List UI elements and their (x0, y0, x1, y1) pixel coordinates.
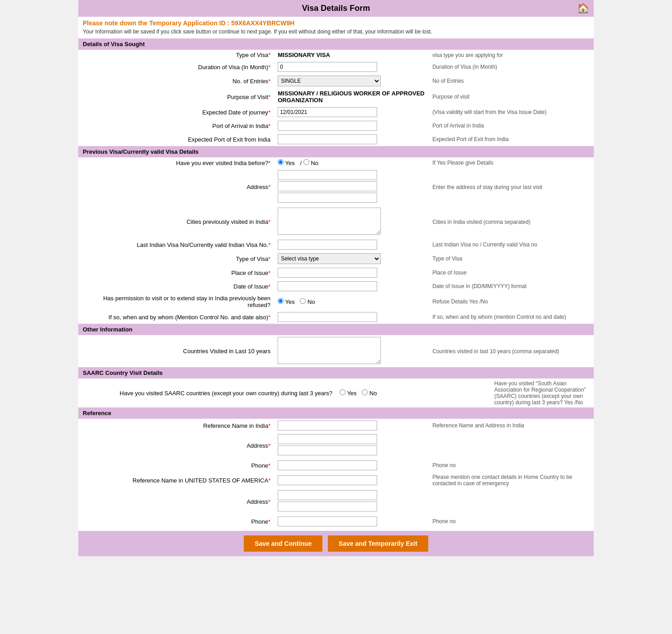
date-issue-input[interactable] (278, 281, 377, 291)
saarc-yes-radio[interactable] (340, 389, 345, 395)
duration-input[interactable] (278, 62, 377, 72)
address-line2-input[interactable] (278, 181, 377, 191)
cities-row: Cities previously visited in India* Citi… (78, 206, 594, 238)
visited-india-radio-cell: Yes / No (274, 157, 429, 168)
info-text: Your Information will be saved if you cl… (78, 28, 594, 38)
port-arrival-input[interactable] (278, 121, 377, 131)
countries-visited-hint: Countries visited in last 10 years (comm… (429, 335, 594, 367)
refused-details-input-cell (274, 310, 429, 324)
visa-no-label: Last Indian Visa No/Currently valid Indi… (78, 238, 274, 251)
countries-visited-textarea[interactable] (278, 337, 381, 364)
bottom-bar: Save and Continue Save and Temporarily E… (78, 531, 594, 556)
visa-no-input-cell (274, 238, 429, 251)
port-exit-row: Expected Port of Exit from India Expecte… (78, 132, 594, 146)
other-info-table: Countries Visited in Last 10 years Count… (78, 335, 594, 367)
saarc-yes-label[interactable]: Yes (340, 390, 358, 397)
refused-no-label[interactable]: No (300, 298, 315, 305)
visited-india-radio-group: Yes / No (278, 160, 322, 166)
refused-radio-group: Yes No (278, 298, 318, 305)
purpose-label: Purpose of Visit* (78, 88, 274, 105)
previous-visa-section-header: Previous Visa/Currently valid Visa Detai… (78, 146, 594, 157)
port-exit-input[interactable] (278, 134, 377, 144)
visa-details-table: Type of Visa* MISSIONARY VISA visa type … (78, 50, 594, 146)
ref-india-address-line2-input[interactable] (278, 445, 377, 455)
visited-yes-radio[interactable] (278, 159, 284, 165)
refused-yes-radio[interactable] (278, 298, 284, 304)
ref-usa-name-input[interactable] (278, 475, 377, 485)
ref-india-name-input[interactable] (278, 421, 377, 431)
visa-type-label: Type of Visa* (78, 251, 274, 266)
refused-details-input[interactable] (278, 312, 377, 322)
refused-label: Has permission to visit or to extend sta… (78, 293, 274, 310)
port-exit-hint: Expected Port of Exit from India (429, 132, 594, 146)
ref-india-phone-row: Phone* Phone no (78, 459, 594, 472)
ref-india-phone-input[interactable] (278, 460, 377, 470)
entries-select[interactable]: SINGLE DOUBLE MULTIPLE (278, 76, 381, 86)
home-icon[interactable]: 🏠 (577, 3, 589, 14)
refused-details-hint: If so, when and by whom (mention Control… (429, 310, 594, 324)
type-of-visa-hint: visa type you are applying for (429, 50, 594, 60)
purpose-hint: Purpose of visit (429, 88, 594, 105)
address-inputs-cell (274, 168, 429, 206)
save-exit-button[interactable]: Save and Temporarily Exit (328, 535, 428, 552)
visa-details-section-header: Details of Visa Sought (78, 38, 594, 50)
journey-date-label: Expected Date of journey* (78, 105, 274, 119)
visa-type-select[interactable]: Select visa type Tourist Business Studen… (278, 253, 381, 264)
visa-type-hint: Type of Visa (429, 251, 594, 266)
place-issue-label: Place of Issue* (78, 266, 274, 279)
visited-yes-label[interactable]: Yes (278, 160, 296, 166)
page-title: Visa Details Form (302, 4, 370, 13)
address-row: Address* Enter the address of stay durin… (78, 168, 594, 206)
saarc-no-label[interactable]: No (362, 390, 377, 397)
ref-usa-phone-hint: Phone no (429, 515, 594, 528)
address-label: Address* (78, 168, 274, 206)
ref-india-name-row: Reference Name in India* Reference Name … (78, 419, 594, 432)
page-header: Visa Details Form 🏠 (78, 0, 594, 17)
refused-no-radio[interactable] (300, 298, 306, 304)
visa-no-input[interactable] (278, 240, 377, 250)
saarc-radio-group: Yes No (340, 390, 380, 397)
port-arrival-input-cell (274, 119, 429, 132)
app-id-label: Please note down the Temporary Applicati… (83, 19, 229, 27)
ref-india-name-input-cell (274, 419, 429, 432)
ref-usa-address-hint (429, 488, 594, 515)
entries-select-cell: SINGLE DOUBLE MULTIPLE (274, 74, 429, 88)
journey-date-input[interactable] (278, 107, 377, 117)
refused-yes-label[interactable]: Yes (278, 298, 296, 305)
duration-hint: Duration of Visa (In Month) (429, 60, 594, 74)
ref-india-address-hint (429, 432, 594, 459)
journey-date-hint: (Visa validity will start from the Visa … (429, 105, 594, 119)
address-line3-input[interactable] (278, 193, 377, 203)
ref-usa-name-input-cell (274, 472, 429, 488)
ref-usa-address-line2-input[interactable] (278, 502, 377, 511)
ref-india-address-label: Address* (78, 432, 274, 459)
ref-usa-address-line1-input[interactable] (278, 490, 377, 500)
save-continue-button[interactable]: Save and Continue (244, 535, 322, 552)
ref-usa-phone-row: Phone* Phone no (78, 515, 594, 528)
previous-visa-table: Have you ever visited India before?* Yes… (78, 157, 594, 324)
cities-textarea[interactable] (278, 208, 381, 235)
ref-usa-address-row: Address* (78, 488, 594, 515)
visa-type-select-cell: Select visa type Tourist Business Studen… (274, 251, 429, 266)
ref-usa-phone-input[interactable] (278, 516, 377, 526)
reference-section-header: Reference (78, 407, 594, 419)
saarc-section-header: SAARC Country Visit Details (78, 367, 594, 379)
purpose-row: Purpose of Visit* MISSIONARY / RELIGIOUS… (78, 88, 594, 105)
visa-no-hint: Last Indian Visa no / Currently valid Vi… (429, 238, 594, 251)
ref-india-name-hint: Reference Name and Address in India (429, 419, 594, 432)
saarc-visited-label: Have you visited SAARC countries (except… (78, 379, 336, 407)
visa-type-row: Type of Visa* Select visa type Tourist B… (78, 251, 594, 266)
address-line1-input[interactable] (278, 170, 377, 180)
entries-row: No. of Entries* SINGLE DOUBLE MULTIPLE N… (78, 74, 594, 88)
ref-india-address-line1-input[interactable] (278, 434, 377, 444)
entries-label: No. of Entries* (78, 74, 274, 88)
address-hint: Enter the address of stay during your la… (429, 168, 594, 206)
refused-hint: Refuse Details Yes /No (429, 293, 594, 310)
visited-no-label[interactable]: No (303, 160, 318, 166)
visited-no-radio[interactable] (303, 159, 309, 165)
refused-details-label: If so, when and by whom (Mention Control… (78, 310, 274, 324)
place-issue-input[interactable] (278, 268, 377, 278)
saarc-no-radio[interactable] (362, 389, 368, 395)
app-id-value: 59X6AXX4YBRCW9H (231, 19, 294, 27)
ref-india-address-row: Address* (78, 432, 594, 459)
